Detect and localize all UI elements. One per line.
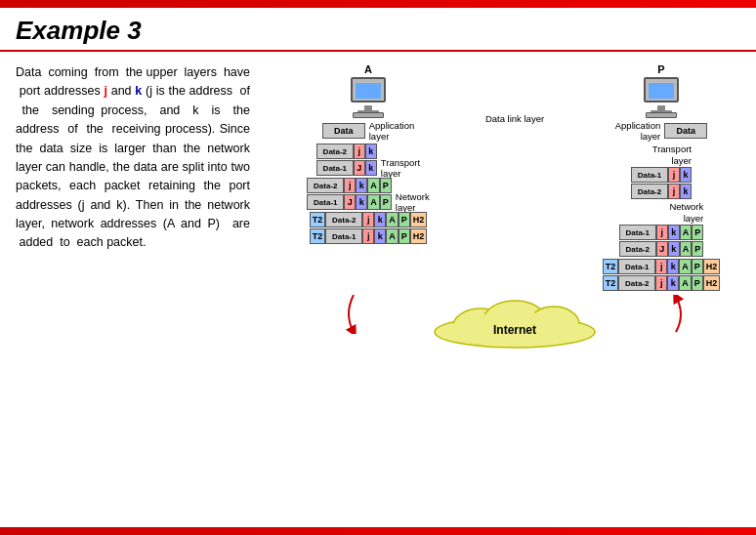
right-arrow-up [666, 295, 686, 334]
mid-label-datalink: Data link layer [485, 112, 544, 125]
highlight-k: k [135, 84, 142, 98]
transport-right: Transport layer Data-1 j k Data-2 j k [631, 144, 692, 199]
bottom-bar [0, 527, 756, 535]
left-arrow-down [344, 295, 363, 334]
internet-cloud: Internet [427, 295, 603, 349]
description-text: Data coming from the upper layers have p… [16, 63, 250, 349]
content-area: Data coming from the upper layers have p… [0, 52, 756, 360]
network-right: Network layer Data-1 j k A P Data-2 J k … [619, 201, 704, 257]
app-data-box-right: Data [664, 123, 707, 139]
cell-data-left: Data [322, 123, 365, 139]
computer-p [637, 77, 686, 118]
top-bar [0, 0, 756, 8]
datalink-left: T2 Data-2 j k A P H2 T2 Data-1 j k A [310, 212, 428, 244]
computer-a [344, 77, 393, 118]
node-p-label: P [657, 63, 664, 75]
transport-left: Data-2 j k Data-1 J k Transportlayer [316, 144, 420, 176]
middle-labels: Data link layer [471, 63, 559, 143]
network-left: Data-2 j k A P Data-1 J k A P Networklay… [307, 178, 429, 210]
datalink-right: T2 Data-1 j k A P H2 T2 Data-2 j k A [603, 259, 721, 291]
diagram-area: A Data Applicationlayer [266, 63, 756, 349]
node-a-label: A [364, 63, 372, 75]
title-section: Example 3 [0, 8, 756, 52]
app-layer-label-left: Applicationlayer [369, 120, 414, 142]
svg-text:Internet: Internet [493, 323, 536, 337]
body-paragraph: Data coming from the upper layers have p… [16, 63, 250, 253]
app-data-box-left: Data [322, 123, 365, 139]
app-layer-label-right: Applicationlayer [615, 120, 660, 142]
page-title: Example 3 [16, 16, 740, 46]
svg-point-7 [530, 314, 577, 342]
internet-section: Internet [266, 295, 756, 349]
highlight-j: j [104, 84, 106, 98]
